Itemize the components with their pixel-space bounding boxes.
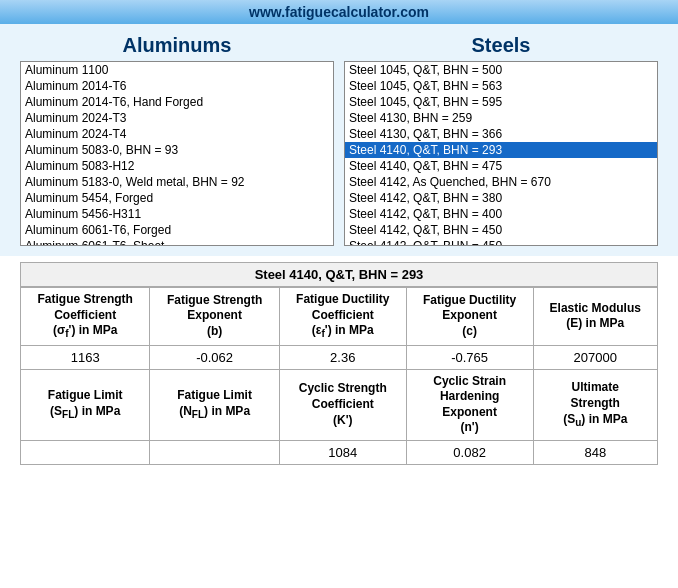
data-cell-row2-col4: 0.082 (406, 440, 533, 464)
steel-list-item[interactable]: Steel 4142, As Quenched, BHN = 670 (345, 174, 657, 190)
col-header-fatigue-strength-coeff: Fatigue StrengthCoefficient(σf') in MPa (21, 288, 150, 346)
data-cell-row1-col5: 207000 (533, 345, 657, 369)
col-header-fatigue-strength-exp: Fatigue StrengthExponent(b) (150, 288, 279, 346)
data-cell-row2-col3: 1084 (279, 440, 406, 464)
data-area: Steel 4140, Q&T, BHN = 293 Fatigue Stren… (0, 256, 678, 475)
aluminums-section: Aluminums Aluminum 1100Aluminum 2014-T6A… (20, 34, 334, 246)
aluminum-list-item[interactable]: Aluminum 2024-T4 (21, 126, 333, 142)
steel-list-item[interactable]: Steel 4130, BHN = 259 (345, 110, 657, 126)
data-row-2: 10840.082848 (21, 440, 658, 464)
aluminum-list-item[interactable]: Aluminum 1100 (21, 62, 333, 78)
steels-title: Steels (472, 34, 531, 57)
col-header-elastic-modulus: Elastic Modulus(E) in MPa (533, 288, 657, 346)
aluminum-list-item[interactable]: Aluminum 5083-H12 (21, 158, 333, 174)
aluminum-list-item[interactable]: Aluminum 2014-T6 (21, 78, 333, 94)
steels-section: Steels Steel 1045, Q&T, BHN = 500Steel 1… (344, 34, 658, 246)
steel-list-item[interactable]: Steel 4142, Q&T, BHN = 450 (345, 222, 657, 238)
steel-list-item[interactable]: Steel 1045, Q&T, BHN = 500 (345, 62, 657, 78)
data-cell-row2-col1 (21, 440, 150, 464)
lists-container: Aluminums Aluminum 1100Aluminum 2014-T6A… (0, 24, 678, 256)
steel-list-item[interactable]: Steel 4140, Q&T, BHN = 293 (345, 142, 657, 158)
header: www.fatiguecalculator.com (0, 0, 678, 24)
steel-list-item[interactable]: Steel 4142, Q&T, BHN = 400 (345, 206, 657, 222)
header-row-1: Fatigue StrengthCoefficient(σf') in MPa … (21, 288, 658, 346)
steel-list-item[interactable]: Steel 4142, Q&T, BHN = 380 (345, 190, 657, 206)
steel-list-item[interactable]: Steel 1045, Q&T, BHN = 595 (345, 94, 657, 110)
col-header-cyclic-strain-hardening-exp: Cyclic StrainHardeningExponent(n') (406, 369, 533, 440)
aluminums-title: Aluminums (123, 34, 232, 57)
selected-material-label: Steel 4140, Q&T, BHN = 293 (20, 262, 658, 287)
col-header-fatigue-ductility-coeff: Fatigue DuctilityCoefficient(εf') in MPa (279, 288, 406, 346)
aluminum-list-item[interactable]: Aluminum 2024-T3 (21, 110, 333, 126)
header-url: www.fatiguecalculator.com (249, 4, 429, 20)
aluminum-list-item[interactable]: Aluminum 6061-T6, Sheet (21, 238, 333, 246)
data-cell-row1-col4: -0.765 (406, 345, 533, 369)
col-header-cyclic-strength-coeff: Cyclic StrengthCoefficient(K') (279, 369, 406, 440)
data-row-1: 1163-0.0622.36-0.765207000 (21, 345, 658, 369)
col-header-fatigue-limit-s: Fatigue Limit(SFL) in MPa (21, 369, 150, 440)
aluminum-list-item[interactable]: Aluminum 5454, Forged (21, 190, 333, 206)
col-header-fatigue-ductility-exp: Fatigue DuctilityExponent(c) (406, 288, 533, 346)
data-cell-row1-col1: 1163 (21, 345, 150, 369)
data-cell-row2-col2 (150, 440, 279, 464)
steel-list-item[interactable]: Steel 4140, Q&T, BHN = 475 (345, 158, 657, 174)
steel-list-item[interactable]: Steel 1045, Q&T, BHN = 563 (345, 78, 657, 94)
aluminum-list-item[interactable]: Aluminum 5083-0, BHN = 93 (21, 142, 333, 158)
data-table: Fatigue StrengthCoefficient(σf') in MPa … (20, 287, 658, 465)
steel-list-item[interactable]: Steel 4142, Q&T, BHN = 450 (345, 238, 657, 246)
col-header-ultimate-strength: UltimateStrength(Su) in MPa (533, 369, 657, 440)
aluminum-list-item[interactable]: Aluminum 2014-T6, Hand Forged (21, 94, 333, 110)
data-cell-row2-col5: 848 (533, 440, 657, 464)
header-row-2: Fatigue Limit(SFL) in MPa Fatigue Limit(… (21, 369, 658, 440)
aluminum-list-item[interactable]: Aluminum 5456-H311 (21, 206, 333, 222)
data-cell-row1-col2: -0.062 (150, 345, 279, 369)
data-cell-row1-col3: 2.36 (279, 345, 406, 369)
col-header-fatigue-limit-n: Fatigue Limit(NFL) in MPa (150, 369, 279, 440)
steels-list[interactable]: Steel 1045, Q&T, BHN = 500Steel 1045, Q&… (344, 61, 658, 246)
aluminum-list-item[interactable]: Aluminum 6061-T6, Forged (21, 222, 333, 238)
aluminums-list[interactable]: Aluminum 1100Aluminum 2014-T6Aluminum 20… (20, 61, 334, 246)
aluminum-list-item[interactable]: Aluminum 5183-0, Weld metal, BHN = 92 (21, 174, 333, 190)
steel-list-item[interactable]: Steel 4130, Q&T, BHN = 366 (345, 126, 657, 142)
